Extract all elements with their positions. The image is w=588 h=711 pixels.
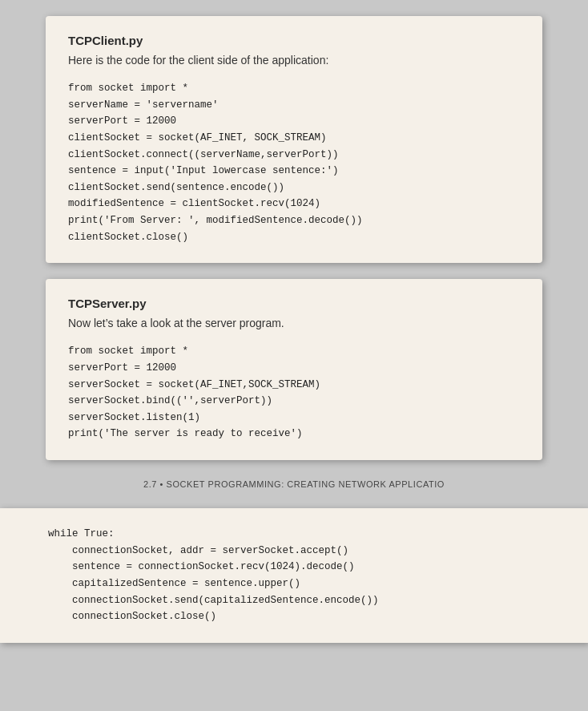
tcpclient-description: Here is the code for the client side of … — [68, 52, 520, 69]
tcpserver-description: Now let’s take a look at the server prog… — [68, 315, 520, 332]
tcpclient-card: TCPClient.py Here is the code for the cl… — [46, 16, 542, 263]
page-footer: 2.7 • SOCKET PROGRAMMING: CREATING NETWO… — [46, 476, 542, 492]
tcpserver-card: TCPServer.py Now let’s take a look at th… — [46, 279, 542, 460]
while-true-code: while True: connectionSocket, addr = ser… — [48, 526, 540, 625]
tcpserver-code: from socket import * serverPort = 12000 … — [68, 343, 520, 442]
tcpclient-code: from socket import * serverName = 'serve… — [68, 80, 520, 245]
tcpclient-title: TCPClient.py — [68, 34, 520, 47]
while-true-card: while True: connectionSocket, addr = ser… — [0, 508, 588, 643]
tcpserver-title: TCPServer.py — [68, 297, 520, 310]
